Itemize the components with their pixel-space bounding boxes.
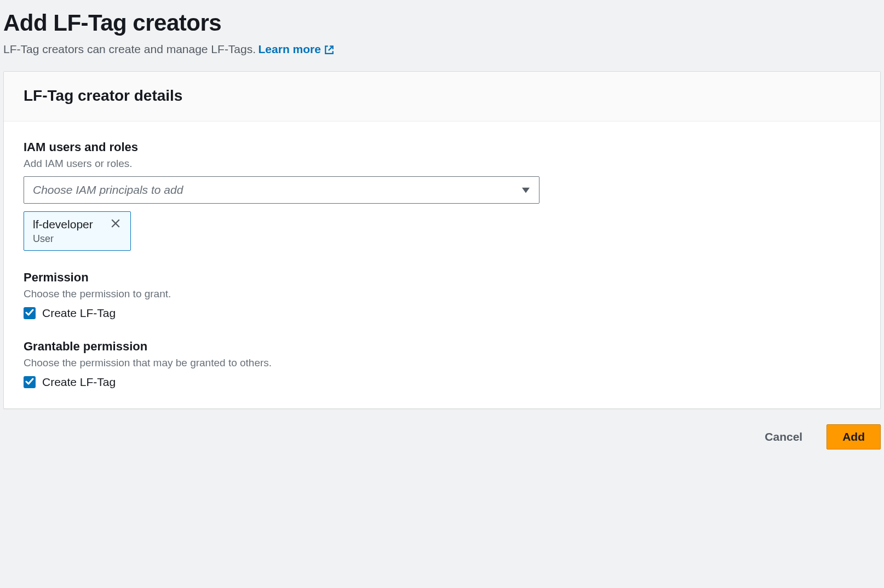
grantable-option-label: Create LF-Tag	[42, 376, 116, 389]
token-type: User	[33, 233, 122, 245]
grantable-field: Grantable permission Choose the permissi…	[24, 339, 860, 389]
token-remove-button[interactable]	[110, 217, 122, 231]
check-icon	[25, 308, 34, 319]
permission-hint: Choose the permission to grant.	[24, 288, 860, 300]
permission-create-checkbox[interactable]	[24, 307, 36, 319]
close-icon	[111, 218, 120, 230]
learn-more-label: Learn more	[259, 43, 321, 56]
add-button[interactable]: Add	[826, 424, 881, 449]
grantable-hint: Choose the permission that may be grante…	[24, 357, 860, 369]
page-title: Add LF-Tag creators	[3, 10, 881, 36]
iam-principals-select[interactable]: Choose IAM principals to add	[24, 176, 539, 204]
token-name: lf-developer	[33, 218, 93, 231]
iam-hint: Add IAM users or roles.	[24, 158, 860, 170]
principal-token: lf-developer User	[24, 211, 131, 251]
cancel-button[interactable]: Cancel	[749, 424, 818, 449]
permission-field: Permission Choose the permission to gran…	[24, 270, 860, 320]
iam-label: IAM users and roles	[24, 140, 860, 154]
page-subtitle: LF-Tag creators can create and manage LF…	[3, 43, 256, 55]
details-card: LF-Tag creator details IAM users and rol…	[3, 71, 881, 409]
permission-label: Permission	[24, 270, 860, 285]
iam-field: IAM users and roles Add IAM users or rol…	[24, 140, 860, 251]
grantable-create-checkbox[interactable]	[24, 376, 36, 388]
panel-title: LF-Tag creator details	[24, 87, 860, 105]
check-icon	[25, 377, 34, 388]
learn-more-link[interactable]: Learn more	[259, 43, 334, 56]
grantable-label: Grantable permission	[24, 339, 860, 354]
external-link-icon	[324, 44, 334, 54]
permission-option-label: Create LF-Tag	[42, 307, 116, 320]
